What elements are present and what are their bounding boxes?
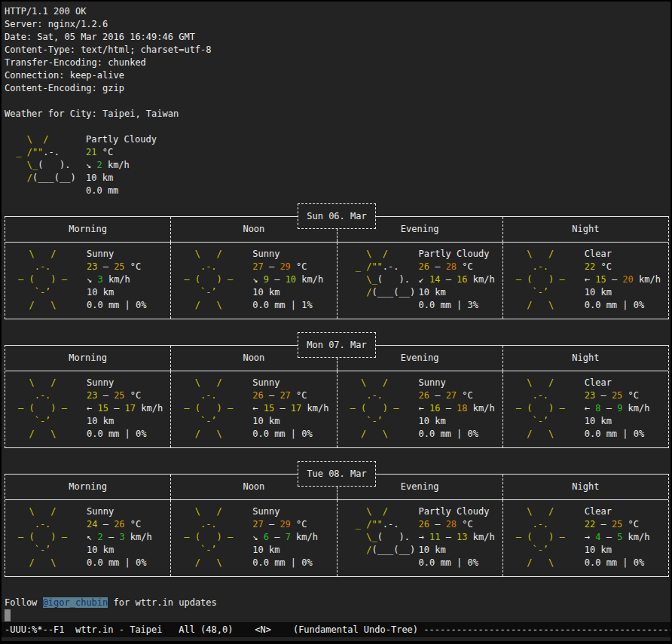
visibility: 10 km bbox=[419, 286, 502, 299]
condition-text: Clear bbox=[585, 248, 668, 261]
precipitation: 0.0 mm | 0% bbox=[87, 557, 170, 569]
temperature-range: 24 – 26 °C bbox=[87, 518, 170, 531]
visibility: 10 km bbox=[419, 544, 502, 557]
column-header-night: Night bbox=[502, 346, 668, 371]
visibility: 10 km bbox=[585, 415, 668, 428]
date-label: Tue 08. Mar bbox=[307, 468, 366, 481]
wind-speed: ← 15 – 17 km/h bbox=[87, 402, 170, 415]
temperature-range: 26 – 28 °C bbox=[419, 518, 502, 531]
precipitation: 0.0 mm | 1% bbox=[252, 299, 336, 312]
visibility: 10 km bbox=[252, 286, 336, 299]
partly-cloudy-icon: \ / _ /"".-. \_( ). /(___(__) bbox=[338, 505, 419, 576]
location-title: Weather for City: Taipei, Taiwan bbox=[5, 108, 670, 121]
http-response-headers: HTTP/1.1 200 OKServer: nginx/1.2.6Date: … bbox=[5, 5, 670, 95]
date-box: Sun 06. Mar bbox=[298, 203, 376, 229]
sunny-icon: \ / .-. – ( ) – `-’ / \ bbox=[171, 505, 252, 576]
wind-speed: ↙ 14 – 16 km/h bbox=[419, 273, 502, 286]
footer-suffix: for wttr.in updates bbox=[108, 597, 217, 608]
sunny-icon: \ / .-. – ( ) – `-’ / \ bbox=[503, 248, 585, 319]
temperature-range: 22 °C bbox=[585, 261, 668, 273]
current-temperature: 21 °C bbox=[86, 146, 282, 159]
visibility: 10 km bbox=[87, 415, 170, 428]
current-conditions-info: Partly Cloudy21 °C↘ 2 km/h10 km0.0 mm bbox=[86, 133, 282, 197]
terminal-window: HTTP/1.1 200 OKServer: nginx/1.2.6Date: … bbox=[0, 0, 672, 644]
precipitation: 0.0 mm | 0% bbox=[419, 557, 502, 569]
column-header-morning: Morning bbox=[5, 346, 170, 371]
condition-text: Sunny bbox=[87, 505, 170, 518]
condition-text: Clear bbox=[585, 505, 668, 518]
condition-text: Sunny bbox=[252, 248, 336, 261]
sunny-icon: \ / .-. – ( ) – `-’ / \ bbox=[5, 377, 87, 447]
sunny-icon: \ / .-. – ( ) – `-’ / \ bbox=[5, 248, 87, 319]
wind-speed: → 11 – 13 km/h bbox=[419, 531, 502, 544]
temperature-range: 26 – 27 °C bbox=[419, 389, 502, 402]
http-header-line: Transfer-Encoding: chunked bbox=[5, 56, 670, 69]
condition-text: Sunny bbox=[87, 248, 170, 261]
partly-cloudy-icon: \ / _ /"".-. \_( ). /(___(__) bbox=[338, 248, 419, 319]
column-header-morning: Morning bbox=[5, 217, 170, 242]
column-header-night: Night bbox=[502, 217, 668, 242]
precipitation: 0.0 mm | 0% bbox=[252, 557, 336, 569]
precipitation: 0.0 mm | 3% bbox=[419, 299, 502, 312]
emacs-mode-line: -UUU:%*--F1 wttr.in - Taipei All (48,0) … bbox=[2, 622, 670, 637]
precipitation: 0.0 mm | 0% bbox=[252, 428, 336, 441]
forecast-cell: \ / _ /"".-. \_( ). /(___(__)Partly Clou… bbox=[337, 243, 502, 319]
forecast-tables: Sun 06. MarMorningNoonEveningNight \ / .… bbox=[5, 216, 670, 577]
forecast-cell: \ / .-. – ( ) – `-’ / \Sunny24 – 26 °C↖ … bbox=[5, 500, 170, 576]
twitter-handle-link[interactable]: @igor_chubin bbox=[43, 597, 108, 608]
terminal-screen: HTTP/1.1 200 OKServer: nginx/1.2.6Date: … bbox=[2, 2, 670, 641]
visibility: 10 km bbox=[585, 286, 668, 299]
wind-speed: ← 16 – 18 km/h bbox=[419, 402, 502, 415]
condition-text: Sunny bbox=[419, 377, 502, 389]
wind-speed: ← 8 – 9 km/h bbox=[585, 402, 668, 415]
wind-speed: ↖ 2 – 3 km/h bbox=[87, 531, 170, 544]
precipitation: 0.0 mm | 0% bbox=[585, 299, 668, 312]
date-label: Sun 06. Mar bbox=[307, 210, 366, 223]
current-wind: ↘ 2 km/h bbox=[86, 159, 282, 172]
temperature-range: 26 – 27 °C bbox=[252, 389, 336, 402]
partly-cloudy-icon: \ / _ /"".-. \_( ). /(___(__) bbox=[11, 133, 86, 197]
http-header-line: Server: nginx/1.2.6 bbox=[5, 18, 670, 31]
current-condition-text: Partly Cloudy bbox=[86, 133, 282, 146]
date-box: Tue 08. Mar bbox=[298, 461, 376, 487]
sunny-icon: \ / .-. – ( ) – `-’ / \ bbox=[503, 505, 585, 576]
temperature-range: 23 – 25 °C bbox=[87, 389, 170, 402]
forecast-cell: \ / .-. – ( ) – `-’ / \Sunny23 – 25 °C← … bbox=[5, 371, 170, 447]
temperature-range: 23 – 25 °C bbox=[585, 389, 668, 402]
temperature-range: 27 – 29 °C bbox=[252, 518, 336, 531]
http-header-line: Content-Encoding: gzip bbox=[5, 82, 670, 95]
terminal-cursor-line bbox=[5, 609, 670, 622]
precipitation: 0.0 mm | 0% bbox=[87, 299, 170, 312]
wind-speed: ← 15 – 20 km/h bbox=[585, 273, 668, 286]
visibility: 10 km bbox=[419, 415, 502, 428]
visibility: 10 km bbox=[87, 544, 170, 557]
wind-speed: ↘ 9 – 10 km/h bbox=[252, 273, 336, 286]
wind-speed: ↘ 6 – 7 km/h bbox=[252, 531, 336, 544]
forecast-cell: \ / .-. – ( ) – `-’ / \Clear22 °C← 15 – … bbox=[502, 243, 668, 319]
temperature-range: 22 – 25 °C bbox=[585, 518, 668, 531]
http-header-line: Date: Sat, 05 Mar 2016 16:49:46 GMT bbox=[5, 31, 670, 44]
sunny-icon: \ / .-. – ( ) – `-’ / \ bbox=[5, 505, 87, 576]
http-header-line: Content-Type: text/html; charset=utf-8 bbox=[5, 44, 670, 56]
sunny-icon: \ / .-. – ( ) – `-’ / \ bbox=[503, 377, 585, 447]
footer-line: Follow @igor_chubin for wttr.in updates bbox=[5, 597, 670, 609]
visibility: 10 km bbox=[252, 415, 336, 428]
condition-text: Partly Cloudy bbox=[419, 505, 502, 518]
condition-text: Sunny bbox=[252, 505, 336, 518]
precipitation: 0.0 mm | 0% bbox=[585, 428, 668, 441]
condition-text: Sunny bbox=[87, 377, 170, 389]
forecast-day-table: Sun 06. MarMorningNoonEveningNight \ / .… bbox=[5, 216, 669, 319]
forecast-cell: \ / .-. – ( ) – `-’ / \Sunny23 – 25 °C↘ … bbox=[5, 243, 170, 319]
condition-text: Clear bbox=[585, 377, 668, 389]
precipitation: 0.0 mm | 0% bbox=[419, 428, 502, 441]
current-visibility: 10 km bbox=[86, 172, 282, 185]
forecast-cell: \ / .-. – ( ) – `-’ / \Sunny27 – 29 °C↘ … bbox=[170, 500, 336, 576]
forecast-cell: \ / .-. – ( ) – `-’ / \Sunny27 – 29 °C↘ … bbox=[170, 243, 336, 319]
temperature-range: 26 – 28 °C bbox=[419, 261, 502, 273]
forecast-cell: \ / _ /"".-. \_( ). /(___(__)Partly Clou… bbox=[337, 500, 502, 576]
date-box: Mon 07. Mar bbox=[298, 332, 376, 358]
current-precipitation: 0.0 mm bbox=[86, 185, 282, 197]
temperature-range: 23 – 25 °C bbox=[87, 261, 170, 273]
sunny-icon: \ / .-. – ( ) – `-’ / \ bbox=[338, 377, 419, 447]
visibility: 10 km bbox=[87, 286, 170, 299]
